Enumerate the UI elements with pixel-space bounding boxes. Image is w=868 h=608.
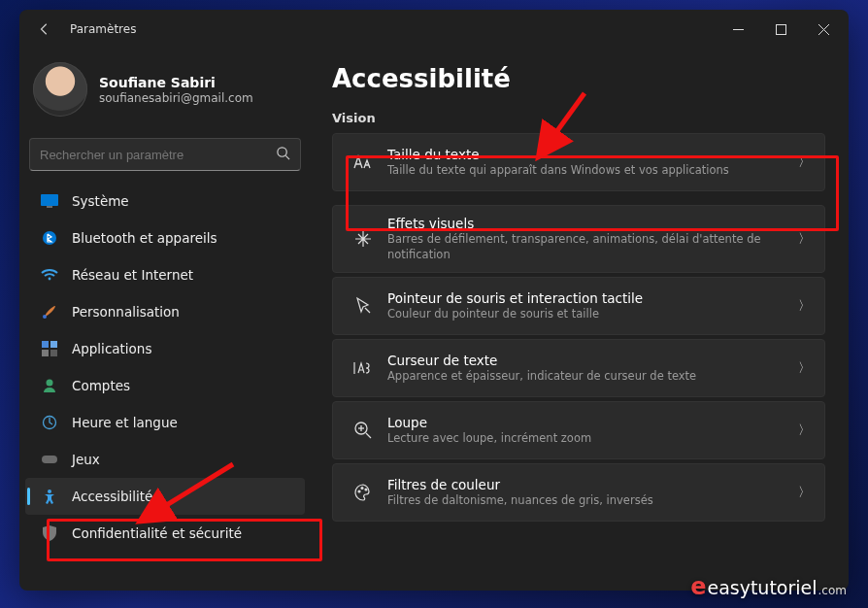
card-title: Taille du texte [387,147,798,162]
chevron-right-icon: 〉 [798,153,811,171]
card-mouse-pointer[interactable]: Pointeur de souris et interaction tactil… [332,277,825,335]
card-desc: Taille du texte qui apparaît dans Window… [387,163,798,179]
titlebar: Paramètres [19,10,849,49]
sidebar-item-label: Système [72,193,129,209]
account-block[interactable]: Soufiane Sabiri soufianesabiri@gmail.com [23,58,307,134]
svg-point-23 [358,490,360,492]
card-desc: Filtres de daltonisme, nuances de gris, … [387,493,798,509]
card-magnifier[interactable]: Loupe Lecture avec loupe, incrément zoom… [332,401,825,459]
sidebar-item-label: Confidentialité et sécurité [72,525,242,541]
card-title: Loupe [387,415,798,430]
chevron-right-icon: 〉 [798,422,811,439]
person-icon [41,377,58,394]
brush-icon [41,303,58,321]
cursor-icon [347,296,380,316]
svg-line-20 [366,433,371,438]
card-text-size[interactable]: Taille du texte Taille du texte qui appa… [332,133,825,191]
card-desc: Apparence et épaisseur, indicateur de cu… [387,369,798,385]
svg-rect-6 [41,194,58,206]
window-title: Paramètres [70,22,136,36]
sidebar-item-accessibility[interactable]: Accessibilité [25,478,305,515]
sparkle-icon [347,229,380,249]
apps-icon [41,340,58,357]
card-title: Effets visuels [387,216,798,231]
search-input[interactable] [40,148,276,162]
sidebar: Soufiane Sabiri soufianesabiri@gmail.com… [19,49,311,591]
maximize-button[interactable] [759,15,802,44]
accessibility-icon [41,488,58,505]
monitor-icon [41,192,58,210]
sidebar-item-time-language[interactable]: Heure et langue [25,404,305,441]
account-name: Soufiane Sabiri [99,75,253,90]
svg-rect-13 [42,350,49,356]
svg-point-24 [361,488,363,490]
sidebar-item-privacy[interactable]: Confidentialité et sécurité [25,515,305,552]
sidebar-item-accounts[interactable]: Comptes [25,367,305,404]
svg-point-15 [47,380,53,387]
svg-rect-1 [776,24,785,34]
watermark-brand: easytutoriel [707,577,817,598]
clock-globe-icon [41,414,58,431]
card-title: Curseur de texte [387,353,798,368]
sidebar-item-label: Heure et langue [72,415,178,430]
svg-rect-11 [42,341,49,348]
main-panel: Accessibilité Vision Taille du texte Tai… [311,49,849,591]
shield-icon [41,524,58,542]
sidebar-item-personalization[interactable]: Personnalisation [25,293,305,330]
close-button[interactable] [802,15,845,44]
card-color-filters[interactable]: Filtres de couleur Filtres de daltonisme… [332,463,825,522]
watermark-domain: .com [818,584,847,597]
svg-point-4 [278,148,286,156]
card-visual-effects[interactable]: Effets visuels Barres de défilement, tra… [332,205,825,273]
chevron-right-icon: 〉 [798,230,811,248]
minimize-button[interactable] [717,15,759,44]
svg-point-10 [43,315,47,319]
nav-list: Système Bluetooth et appareils Réseau et… [23,183,307,581]
magnifier-plus-icon [347,421,380,440]
card-title: Pointeur de souris et interaction tactil… [387,290,798,306]
sidebar-item-label: Comptes [72,378,130,393]
sidebar-item-label: Personnalisation [72,304,180,320]
sidebar-item-label: Bluetooth et appareils [72,230,217,246]
wifi-icon [41,266,58,284]
svg-line-5 [285,155,289,159]
account-email: soufianesabiri@gmail.com [99,91,253,105]
card-text-cursor[interactable]: Curseur de texte Apparence et épaisseur,… [332,339,825,397]
svg-rect-17 [42,456,57,463]
svg-rect-14 [50,350,57,356]
sidebar-item-gaming[interactable]: Jeux [25,441,305,478]
card-desc: Couleur du pointeur de souris et taille [387,307,798,322]
svg-point-25 [365,489,367,490]
search-box[interactable] [29,138,301,171]
palette-icon [347,483,380,502]
chevron-right-icon: 〉 [798,484,811,501]
bluetooth-icon [41,229,58,247]
card-desc: Barres de défilement, transparence, anim… [387,232,798,262]
sidebar-item-label: Applications [72,341,151,356]
back-button[interactable] [33,22,56,36]
text-size-icon [347,153,380,171]
sidebar-item-apps[interactable]: Applications [25,330,305,367]
svg-rect-7 [47,206,52,208]
sidebar-item-bluetooth[interactable]: Bluetooth et appareils [25,220,305,256]
settings-window: Paramètres Soufiane Sabiri soufianesabir… [19,10,849,591]
sidebar-item-network[interactable]: Réseau et Internet [25,256,305,293]
sidebar-item-system[interactable]: Système [25,183,305,220]
section-label-vision: Vision [332,111,825,125]
svg-point-18 [48,490,51,493]
avatar [33,62,87,117]
page-title: Accessibilité [332,64,825,93]
sidebar-item-label: Accessibilité [72,489,152,504]
gamepad-icon [41,451,58,468]
text-cursor-icon [347,360,380,376]
chevron-right-icon: 〉 [798,359,811,377]
watermark: eeasytutoriel.com [690,573,847,600]
chevron-right-icon: 〉 [798,297,811,315]
watermark-prefix: e [690,573,706,600]
sidebar-item-label: Jeux [72,452,100,467]
search-icon [276,146,290,163]
sidebar-item-label: Réseau et Internet [72,267,193,283]
card-title: Filtres de couleur [387,477,798,492]
svg-point-9 [49,278,51,281]
svg-rect-12 [50,341,57,348]
